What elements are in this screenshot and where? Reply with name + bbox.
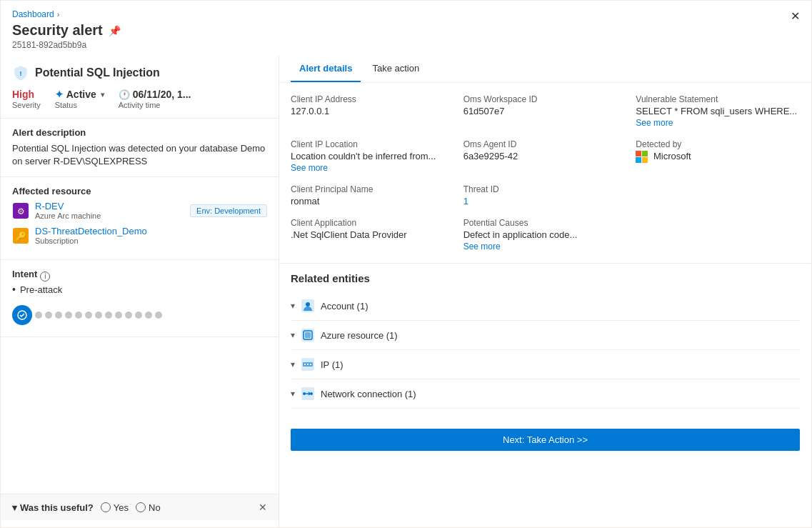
entity-ip-chevron: ▾	[291, 359, 295, 369]
entity-ip[interactable]: ▾ IP (1)	[291, 350, 800, 379]
pin-icon[interactable]: 📌	[109, 25, 121, 36]
content-area: ! Potential SQL Injection High Severity …	[1, 56, 811, 527]
progress-dot-11	[135, 312, 142, 319]
tab-alert-details[interactable]: Alert details	[291, 56, 361, 82]
detected-by-value: Microsoft	[636, 151, 800, 163]
resource-rdev-name[interactable]: R-DEV	[35, 201, 101, 211]
detail-vulnerable-stmt: Vulnerable Statement SELECT * FROM sqli_…	[636, 94, 800, 128]
entity-account-chevron: ▾	[291, 301, 295, 311]
detail-threat-id: Threat ID 1	[463, 184, 628, 206]
svg-text:!: !	[20, 70, 22, 77]
progress-row	[12, 299, 267, 328]
right-panel: Alert details Take action Client IP Addr…	[279, 56, 811, 527]
page-subtitle: 25181-892ad5bb9a	[12, 40, 800, 50]
account-icon	[301, 299, 315, 313]
feedback-chevron-icon: ▾	[12, 502, 17, 513]
progress-dot-13	[155, 312, 162, 319]
client-app-label: Client Application	[291, 218, 455, 228]
progress-dot-8	[105, 312, 112, 319]
tab-take-action[interactable]: Take action	[364, 56, 428, 82]
breadcrumb-dashboard-link[interactable]: Dashboard	[12, 9, 54, 19]
detail-client-ip: Client IP Address 127.0.0.1	[291, 94, 455, 128]
detected-by-label: Detected by	[636, 139, 800, 149]
breadcrumb-separator: ›	[57, 10, 60, 19]
progress-dot-7	[95, 312, 102, 319]
feedback-no-option[interactable]: No	[136, 502, 161, 513]
next-take-action-button[interactable]: Next: Take Action >>	[291, 429, 800, 451]
client-ip-location-value: Location couldn't be inferred from...	[291, 151, 455, 161]
resource-rdev-type: Azure Arc machine	[35, 211, 101, 220]
entity-azure-resource[interactable]: ▾ Azure resource (1)	[291, 321, 800, 350]
network-connection-icon	[301, 387, 315, 401]
resource-item-ds: 🔑 DS-ThreatDetection_Demo Subscription	[12, 226, 267, 245]
client-ip-location-see-more[interactable]: See more	[291, 163, 455, 173]
oms-workspace-value: 61d507e7	[463, 106, 628, 116]
progress-dot-10	[125, 312, 132, 319]
svg-rect-13	[304, 364, 306, 365]
threat-id-label: Threat ID	[463, 184, 628, 194]
ip-icon	[301, 357, 315, 372]
left-panel: ! Potential SQL Injection High Severity …	[1, 56, 279, 527]
vulnerable-stmt-see-more[interactable]: See more	[636, 118, 800, 128]
client-app-value: .Net SqlClient Data Provider	[291, 229, 455, 240]
feedback-yes-label: Yes	[114, 502, 129, 513]
entity-account[interactable]: ▾ Account (1)	[291, 292, 800, 321]
feedback-no-label: No	[149, 502, 161, 513]
azure-arc-icon: ⚙	[12, 202, 29, 219]
progress-dot-6	[85, 312, 92, 319]
close-button[interactable]: ✕	[791, 11, 800, 22]
oms-agent-value: 6a3e9295-42	[463, 151, 628, 161]
clock-icon: 🕐	[119, 89, 130, 100]
activity-meta: 🕐 06/11/20, 1... Activity time	[119, 89, 191, 109]
potential-causes-label: Potential Causes	[463, 218, 628, 228]
entity-network-connection-label: Network connection (1)	[321, 389, 416, 399]
entity-ip-label: IP (1)	[321, 359, 344, 370]
feedback-yes-option[interactable]: Yes	[101, 502, 129, 513]
detail-detected-by: Detected by Microsoft	[636, 139, 800, 173]
detail-empty-1	[636, 184, 800, 206]
top-bar: Dashboard › Security alert 📌 25181-892ad…	[1, 1, 811, 56]
intent-section: Intent i • Pre-attack	[1, 260, 279, 337]
potential-causes-see-more[interactable]: See more	[463, 241, 628, 251]
meta-row: High Severity ✦ Active ▾ Status 🕐	[12, 89, 267, 109]
related-entities-section: Related entities ▾ Account (1) ▾	[279, 263, 811, 417]
status-meta[interactable]: ✦ Active ▾ Status	[55, 89, 104, 109]
description-section: Alert description Potential SQL Injectio…	[1, 119, 279, 177]
svg-rect-15	[310, 364, 311, 365]
severity-value: High	[12, 89, 41, 100]
affected-resource-section: Affected resource ⚙ R-DEV Azure Arc mach…	[1, 177, 279, 260]
env-badge: Env: Development	[190, 204, 267, 217]
description-title: Alert description	[12, 127, 267, 138]
progress-dot-5	[75, 312, 82, 319]
activity-value: 🕐 06/11/20, 1...	[119, 89, 191, 100]
related-entities-title: Related entities	[291, 272, 800, 284]
resource-rdev-info: R-DEV Azure Arc machine	[35, 201, 101, 220]
resource-ds-name[interactable]: DS-ThreatDetection_Demo	[35, 226, 147, 236]
severity-label: Severity	[12, 101, 41, 109]
shield-icon: !	[12, 64, 29, 81]
oms-agent-label: Oms Agent ID	[463, 139, 628, 149]
intent-title: Intent	[12, 269, 37, 279]
status-spin-icon: ✦	[55, 89, 64, 100]
detail-empty-2	[636, 218, 800, 251]
oms-workspace-label: Oms Workspace ID	[463, 94, 628, 104]
threat-id-value[interactable]: 1	[463, 196, 628, 206]
progress-icon	[12, 305, 32, 325]
details-grid: Client IP Address 127.0.0.1 Oms Workspac…	[279, 83, 811, 263]
page-title-row: Security alert 📌	[12, 22, 800, 39]
alert-title-row: ! Potential SQL Injection	[12, 64, 267, 81]
entity-network-chevron: ▾	[291, 389, 295, 399]
detail-oms-workspace: Oms Workspace ID 61d507e7	[463, 94, 628, 128]
client-ip-location-label: Client IP Location	[291, 139, 455, 149]
azure-resource-icon	[301, 328, 315, 342]
progress-dot-4	[65, 312, 72, 319]
feedback-close-icon[interactable]: ✕	[259, 502, 267, 513]
alert-header: ! Potential SQL Injection High Severity …	[1, 56, 279, 119]
tabs-row: Alert details Take action	[279, 56, 811, 83]
entity-network-connection[interactable]: ▾ Network connection (1)	[291, 379, 800, 409]
detail-client-ip-location: Client IP Location Location couldn't be …	[291, 139, 455, 173]
feedback-toggle[interactable]: ▾ Was this useful?	[12, 502, 94, 513]
resource-ds-type: Subscription	[35, 236, 147, 245]
info-icon[interactable]: i	[40, 272, 50, 282]
page-title: Security alert	[12, 22, 103, 39]
